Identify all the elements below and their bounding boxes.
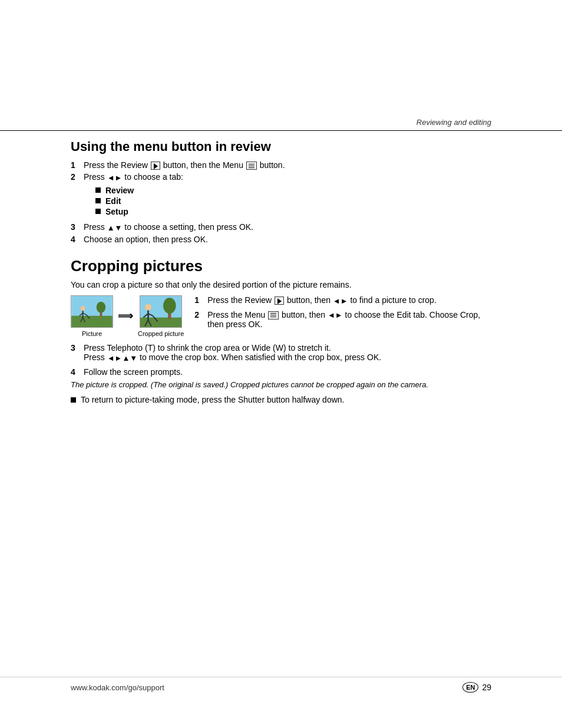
footer-url: www.kodak.com/go/support [71,683,164,692]
menu-lines [247,162,256,169]
step3-4-list: 3 Press Telephoto (T) to shrink the crop… [71,343,491,377]
tab-list: Review Edit Setup [95,186,491,216]
arrow-right-icon: ⟹ [118,300,133,332]
arrow-lr-icon4: ◄► [107,354,123,363]
step1-text: Press the Review button, then the Menu b… [84,160,491,170]
menu-lines2 [269,312,278,319]
arrow-lr-icon2: ◄► [333,297,348,305]
section1-steps: 1 Press the Review button, then the Menu… [71,160,491,244]
crop-step3-block: 3 Press Telephoto (T) to shrink the crop… [71,343,491,404]
italic-note: The picture is cropped. (The original is… [71,380,491,389]
cropped-picture-wrapper: Cropped picture [138,295,184,337]
bullet-note: To return to picture-taking mode, press … [71,395,491,404]
svg-point-10 [97,302,105,313]
step4-text: Choose an option, then press OK. [84,235,491,244]
arrow-lr-icon3: ◄► [328,311,343,319]
crop-step1-num: 1 [194,295,205,305]
svg-point-13 [145,304,151,311]
tab-review: Review [95,186,491,195]
bullet-square-icon [95,198,101,203]
lang-badge: EN [462,682,478,693]
tab-setup-label: Setup [105,207,128,216]
step3: 3 Press ▲▼ to choose a setting, then pre… [71,222,491,232]
step2-num: 2 [71,172,81,182]
crop-step1-text: Press the Review button, then ◄► to find… [207,295,491,305]
bullet-square-icon [95,209,101,214]
picture-wrapper: Picture [71,295,113,337]
cropping-images: Picture ⟹ [71,295,184,337]
tab-review-label: Review [105,186,134,195]
images-row: Picture ⟹ [71,295,184,337]
crop-step3-text: Press Telephoto (T) to shrink the crop a… [84,343,491,363]
tab-edit: Edit [95,196,491,206]
cropped-picture-img [140,295,182,328]
tab-setup: Setup [95,207,491,216]
crop-step2: 2 Press the Menu button, then ◄► to ch [194,310,491,330]
step2-text: Press ◄► to choose a tab: Review Edit [84,172,491,220]
crop-step4-text: Follow the screen prompts. [84,367,491,377]
crop-step1: 1 Press the Review button, then ◄► to fi… [194,295,491,305]
step4: 4 Choose an option, then press OK. [71,235,491,244]
step3-num: 3 [71,222,81,232]
crop-step3: 3 Press Telephoto (T) to shrink the crop… [71,343,491,363]
menu-icon [246,162,257,170]
section-title: Reviewing and editing [416,118,491,127]
crop-step4-num: 4 [71,367,81,377]
step1-num: 1 [71,160,81,170]
cropping-steps: 1 Press the Review button, then ◄► to fi… [194,295,491,333]
content: Using the menu button in review 1 Press … [0,139,562,404]
section1-title: Using the menu button in review [71,139,491,154]
play-icon [151,162,160,170]
arrow-ud-icon2: ▲▼ [122,354,137,363]
cropping-body: Picture ⟹ [71,295,491,337]
bullet-square-note-icon [71,397,76,403]
footer-page: EN 29 [462,682,491,693]
crop-step3-num: 3 [71,343,81,353]
picture-img [71,295,113,328]
page-number: 29 [482,683,491,692]
step1: 1 Press the Review button, then the Menu… [71,160,491,170]
picture-label: Picture [82,330,102,337]
bullet-note-text: To return to picture-taking mode, press … [81,395,344,404]
svg-rect-1 [71,316,112,327]
crop-step2-text: Press the Menu button, then ◄► to choose… [207,310,491,330]
crop-step4: 4 Follow the screen prompts. [71,367,491,377]
page-header: Reviewing and editing [0,0,562,131]
section2-title: Cropping pictures [71,257,491,275]
cropping-intro: You can crop a picture so that only the … [71,280,491,289]
svg-point-21 [163,298,176,314]
menu-icon-crop [268,311,279,319]
page: Reviewing and editing Using the menu but… [0,0,562,728]
bullet-square-icon [95,187,101,193]
cropping-step-list: 1 Press the Review button, then ◄► to fi… [194,295,491,330]
play-icon-crop [275,297,284,305]
step2: 2 Press ◄► to choose a tab: Review Edit [71,172,491,220]
arrow-ud-icon: ▲▼ [107,223,123,232]
cropped-picture-label: Cropped picture [138,330,184,337]
svg-point-2 [81,306,85,311]
step4-num: 4 [71,235,81,244]
arrow-lr-icon: ◄► [107,173,123,182]
crop-step2-num: 2 [194,310,205,319]
step3-text: Press ▲▼ to choose a setting, then press… [84,222,491,232]
page-footer: www.kodak.com/go/support EN 29 [0,677,562,693]
tab-edit-label: Edit [105,196,121,206]
